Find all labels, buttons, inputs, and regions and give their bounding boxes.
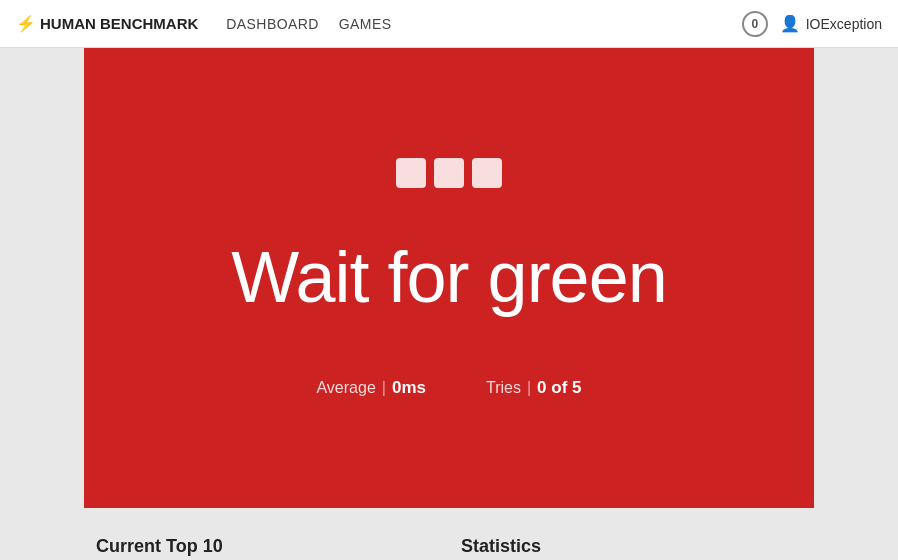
bottom-section: Current Top 10 Statistics — [84, 508, 814, 560]
tries-label: Tries — [486, 379, 521, 397]
brand-link[interactable]: ⚡ HUMAN BENCHMARK — [16, 14, 198, 33]
nav-links: DASHBOARD GAMES — [226, 16, 391, 32]
bottom-left: Current Top 10 — [84, 528, 449, 560]
user-icon: 👤 — [780, 14, 800, 33]
user-menu[interactable]: 👤 IOException — [780, 14, 882, 33]
notification-badge[interactable]: 0 — [742, 11, 768, 37]
tries-stat: Tries | 0 of 5 — [486, 378, 582, 398]
nav-link-games[interactable]: GAMES — [339, 16, 392, 32]
tries-value: 0 of 5 — [537, 378, 581, 398]
navbar: ⚡ HUMAN BENCHMARK DASHBOARD GAMES 0 👤 IO… — [0, 0, 898, 48]
game-title: Wait for green — [231, 236, 667, 318]
average-separator: | — [382, 379, 386, 397]
brand-name: HUMAN BENCHMARK — [40, 15, 198, 32]
dot-3 — [472, 158, 502, 188]
nav-link-dashboard[interactable]: DASHBOARD — [226, 16, 318, 32]
dot-1 — [396, 158, 426, 188]
top10-heading: Current Top 10 — [96, 536, 437, 557]
nav-right: 0 👤 IOException — [742, 11, 882, 37]
page-wrapper: Wait for green Average | 0ms Tries | 0 o… — [0, 48, 898, 560]
statistics-heading: Statistics — [461, 536, 802, 557]
average-value: 0ms — [392, 378, 426, 398]
dots-indicator — [396, 158, 502, 188]
game-panel[interactable]: Wait for green Average | 0ms Tries | 0 o… — [84, 48, 814, 508]
average-stat: Average | 0ms — [316, 378, 426, 398]
bolt-icon: ⚡ — [16, 14, 36, 33]
username: IOException — [806, 16, 882, 32]
center-column: Wait for green Average | 0ms Tries | 0 o… — [84, 48, 814, 560]
bottom-right: Statistics — [449, 528, 814, 560]
tries-separator: | — [527, 379, 531, 397]
average-label: Average — [316, 379, 375, 397]
dot-2 — [434, 158, 464, 188]
game-stats: Average | 0ms Tries | 0 of 5 — [316, 378, 581, 398]
